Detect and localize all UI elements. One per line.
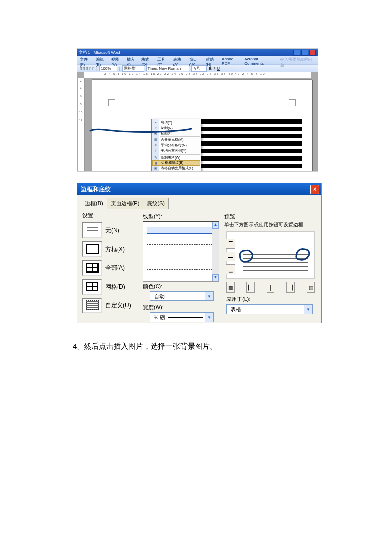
menu-table[interactable]: 表格(A)	[173, 57, 186, 64]
cols-icon: ⦀	[153, 149, 158, 153]
size-combo[interactable]: 五号	[191, 65, 207, 72]
align-icon: ⊡	[153, 171, 158, 172]
word-screenshot: 文档 1 - Microsoft Word 文件(F) 编辑(E) 视图(V) …	[77, 48, 318, 172]
ctx-borders-shading[interactable]: ▦边框和底纹(B)	[152, 160, 200, 166]
tab-border[interactable]: 边框(B)	[81, 198, 107, 209]
setting-box[interactable]: 方框(X)	[82, 241, 139, 257]
autoformat-icon: ▣	[153, 166, 158, 170]
menu-help[interactable]: 帮助(H)	[206, 57, 219, 64]
zoom-combo[interactable]: 100%	[99, 66, 117, 71]
context-menu: ✂剪切(T) ⎘复制(C) ▣粘贴(P) ⊞合并单元格(M) ≡平均分布各行(N…	[151, 119, 201, 172]
setting-box-icon	[82, 241, 102, 257]
settings-label: 设置:	[82, 212, 139, 219]
menu-format[interactable]: 格式(O)	[141, 57, 155, 64]
copy-icon: ⎘	[153, 126, 158, 130]
style-column: 线型(Y): ▲ ▼ 颜色(C):	[143, 212, 219, 325]
border-hmid-button[interactable]: ▬	[226, 252, 235, 261]
border-vmid-button[interactable]: │	[267, 282, 275, 293]
rows-icon: ≡	[153, 143, 158, 147]
window-controls	[293, 50, 316, 56]
border-diag2-button[interactable]: ▧	[307, 282, 315, 293]
menu-window[interactable]: 窗口(W)	[189, 57, 203, 64]
ctx-paste[interactable]: ▣粘贴(P)	[152, 131, 201, 136]
setting-none-icon	[82, 222, 102, 238]
paste-icon: ▣	[153, 131, 158, 135]
color-combo[interactable]: 自动 ▼	[150, 291, 214, 301]
maximize-icon[interactable]	[301, 50, 308, 56]
preview-hint: 单击下方图示或使用按钮可设置边框	[224, 221, 317, 228]
scroll-down-icon[interactable]: ▼	[212, 274, 219, 281]
close-icon[interactable]	[309, 50, 316, 56]
ctx-cut[interactable]: ✂剪切(T)	[152, 120, 201, 126]
preview-label: 预览	[224, 213, 317, 220]
scroll-up-icon[interactable]: ▲	[212, 222, 219, 229]
dialog-title: 边框和底纹	[81, 185, 111, 194]
toolbar-icons[interactable]: ▯ ▯ ▯ ▯ ▯	[80, 66, 94, 71]
underline-icon[interactable]: U	[217, 66, 220, 71]
apply-label: 应用于(L):	[226, 296, 315, 303]
setting-all[interactable]: 全部(A)	[82, 260, 139, 276]
ctx-draw-table[interactable]: ✎绘制表格(W)	[152, 155, 201, 161]
chevron-down-icon: ▼	[205, 292, 213, 300]
bold-icon[interactable]: B	[209, 66, 212, 71]
border-right-button[interactable]: ▕	[286, 282, 295, 293]
ctx-copy[interactable]: ⎘复制(C)	[152, 126, 201, 131]
pencil-icon: ✎	[153, 156, 158, 160]
setting-grid-icon	[82, 279, 102, 295]
word-title-bar: 文档 1 - Microsoft Word	[77, 49, 318, 56]
setting-custom[interactable]: 自定义(U)	[82, 298, 139, 313]
setting-custom-icon	[82, 298, 102, 313]
ctx-distribute-cols[interactable]: ⦀平均分布各列(Y)	[152, 148, 201, 154]
menu-tools[interactable]: 工具(T)	[157, 57, 170, 64]
setting-grid[interactable]: 网格(D)	[82, 279, 139, 295]
width-label: 宽度(W):	[143, 304, 219, 311]
scrollbar[interactable]: ▲ ▼	[212, 222, 219, 281]
border-diag1-button[interactable]: ▨	[226, 282, 235, 293]
italic-icon[interactable]: I	[214, 66, 215, 71]
step-4-text: 4、然后点击插入图片，选择一张背景图片。	[73, 342, 318, 351]
border-left-button[interactable]: ▏	[246, 282, 255, 293]
dialog-close-button[interactable]: ×	[310, 185, 319, 194]
menu-edit[interactable]: 编辑(E)	[96, 57, 109, 64]
chevron-down-icon: ▼	[304, 305, 312, 314]
linestyle-list[interactable]: ▲ ▼	[143, 221, 219, 282]
menu-pdf[interactable]: Adobe PDF	[222, 57, 241, 64]
document-page: ✂剪切(T) ⎘复制(C) ▣粘贴(P) ⊞合并单元格(M) ≡平均分布各行(N…	[92, 79, 312, 172]
horizontal-ruler	[84, 72, 311, 78]
linestyle-label: 线型(Y):	[143, 213, 219, 220]
menu-file[interactable]: 文件(F)	[80, 57, 93, 64]
ctx-merge-cells[interactable]: ⊞合并单元格(M)	[152, 137, 201, 143]
apply-combo[interactable]: 表格 ▼	[226, 304, 313, 314]
color-label: 颜色(C):	[143, 283, 219, 290]
settings-column: 设置: 无(N) 方框(X) 全部(A) 网格	[82, 212, 139, 316]
minimize-icon[interactable]	[293, 50, 300, 56]
style-combo[interactable]: 网格型	[122, 65, 144, 72]
ctx-cell-align[interactable]: ⊡单元格对齐方式(G)▶	[152, 171, 201, 172]
ctx-autoformat[interactable]: ▣表格自动套用格式(F)…	[152, 166, 201, 171]
word-title: 文档 1 - Microsoft Word	[79, 50, 120, 55]
ctx-distribute-rows[interactable]: ≡平均分布各行(N)	[152, 143, 201, 148]
borders-shading-dialog: 边框和底纹 × 边框(B) 页面边框(P) 底纹(S) 设置: 无(N)	[77, 183, 322, 323]
preview-column: 预览 单击下方图示或使用按钮可设置边框 ▔ ▬ ▁	[224, 212, 317, 314]
border-top-button[interactable]: ▔	[226, 239, 235, 249]
cut-icon: ✂	[153, 121, 158, 125]
menu-acrobat[interactable]: Acrobat Comments	[244, 57, 277, 64]
word-menu-bar: 文件(F) 编辑(E) 视图(V) 插入(I) 格式(O) 工具(T) 表格(A…	[77, 56, 318, 64]
menu-insert[interactable]: 插入(I)	[127, 57, 138, 64]
tab-page-border[interactable]: 页面边框(P)	[107, 198, 144, 209]
menu-view[interactable]: 视图(V)	[111, 57, 124, 64]
font-combo[interactable]: Times New Roman	[146, 66, 190, 71]
tab-shading[interactable]: 底纹(S)	[143, 198, 169, 209]
preview-diagram: ▔ ▬ ▁	[226, 231, 315, 279]
setting-all-icon	[82, 260, 102, 276]
vertical-ruler: 24681012	[78, 78, 85, 172]
document-area: ✂剪切(T) ⎘复制(C) ▣粘贴(P) ⊞合并单元格(M) ≡平均分布各行(N…	[85, 78, 318, 172]
width-combo[interactable]: ½ 磅 ▼	[150, 312, 214, 322]
border-icon: ▦	[154, 161, 159, 165]
preview-bottom-buttons: ▨ ▏ │ ▕ ▧	[226, 282, 315, 293]
help-hint[interactable]: 键入需要帮助的问题	[280, 57, 315, 64]
merge-icon: ⊞	[153, 138, 158, 142]
dialog-tabs: 边框(B) 页面边框(P) 底纹(S)	[77, 197, 321, 209]
setting-none[interactable]: 无(N)	[82, 222, 139, 238]
border-bottom-button[interactable]: ▁	[226, 264, 235, 274]
